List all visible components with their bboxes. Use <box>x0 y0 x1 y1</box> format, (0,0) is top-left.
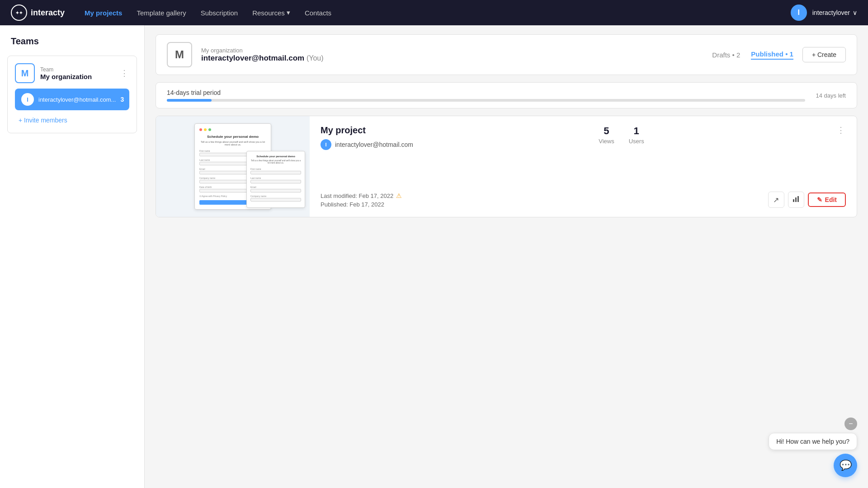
project-options-icon[interactable]: ⋮ <box>837 125 846 135</box>
project-title: My project <box>321 125 413 136</box>
team-name: My organization <box>40 73 92 80</box>
content-area: M My organization interactylover@hotmail… <box>145 25 868 488</box>
svg-rect-1 <box>795 197 797 202</box>
user-avatar: I <box>791 5 807 21</box>
navbar: ✦✦ interacty My projects Template galler… <box>0 0 868 25</box>
sidebar: Teams M Team My organization ⋮ I <box>0 25 145 488</box>
member-avatar: I <box>21 93 34 106</box>
nav-resources[interactable]: Resources ▾ <box>247 6 296 19</box>
published-row: Published: Feb 17, 2022 <box>321 201 402 208</box>
member-count: 3 <box>120 96 124 103</box>
form-preview-title: Schedule your personal demo <box>199 135 266 139</box>
invite-members-button[interactable]: + Invite members <box>15 115 129 126</box>
chat-widget: − Hi! How can we help you? 💬 <box>769 418 857 477</box>
svg-rect-0 <box>793 199 794 202</box>
user-menu[interactable]: interactylover ∨ <box>812 9 857 16</box>
chat-fab-icon: 💬 <box>840 460 852 471</box>
chat-fab-button[interactable]: 💬 <box>834 454 857 477</box>
trial-label: 14-days trial period <box>167 89 805 96</box>
owner-avatar: I <box>321 139 331 150</box>
org-you: (You) <box>307 54 324 62</box>
project-stats: 5 Views 1 Users <box>599 125 644 145</box>
logo-text: interacty <box>31 8 65 18</box>
member-email: interactylover@hotmail.com... <box>38 96 116 103</box>
team-options-icon[interactable]: ⋮ <box>120 68 129 78</box>
external-link-button[interactable]: ↗ <box>768 192 784 208</box>
external-link-icon: ↗ <box>773 196 779 204</box>
form-preview-subtitle: Tell us a few things about yourself and … <box>199 141 266 146</box>
member-item[interactable]: I interactylover@hotmail.com... 3 <box>15 89 129 110</box>
views-label: Views <box>599 138 614 145</box>
stat-views: 5 Views <box>599 125 614 145</box>
logo-icon: ✦✦ <box>11 5 27 21</box>
last-modified-row: Last modified: Feb 17, 2022 ⚠ <box>321 192 402 199</box>
chart-button[interactable] <box>788 192 804 208</box>
nav-my-projects[interactable]: My projects <box>79 6 127 19</box>
dot-yellow <box>204 128 207 131</box>
team-label: Team <box>40 66 92 73</box>
stat-users: 1 Users <box>629 125 644 145</box>
users-label: Users <box>629 138 644 145</box>
project-owner: I interactylover@hotmail.com <box>321 139 413 150</box>
edit-button[interactable]: ✎ Edit <box>808 192 846 207</box>
chat-bubble: Hi! How can we help you? <box>769 433 857 450</box>
project-dates: Last modified: Feb 17, 2022 ⚠ Published:… <box>321 192 402 208</box>
dot-green <box>208 128 211 131</box>
team-info: Team My organization <box>40 66 92 80</box>
dot-red <box>199 128 202 131</box>
project-card: Schedule your personal demo Tell us a fe… <box>156 116 857 217</box>
chat-minimize-button[interactable]: − <box>844 418 857 430</box>
project-info: My project I interactylover@hotmail.com … <box>310 116 857 217</box>
nav-items: My projects Template gallery Subscriptio… <box>79 6 776 19</box>
form-preview-small: Schedule your personal demo Tell us a fe… <box>246 151 305 208</box>
warning-icon: ⚠ <box>396 192 402 199</box>
users-count: 1 <box>634 125 639 137</box>
trial-progress-bar <box>167 99 805 102</box>
nav-template-gallery[interactable]: Template gallery <box>131 6 191 19</box>
project-actions: ↗ ✎ <box>768 192 846 208</box>
project-thumbnail: Schedule your personal demo Tell us a fe… <box>156 116 310 217</box>
org-info: My organization interactylover@hotmail.c… <box>201 47 703 63</box>
trial-left: 14-days trial period <box>167 89 805 102</box>
trial-progress-fill <box>167 99 212 102</box>
org-header: M My organization interactylover@hotmail… <box>156 34 857 75</box>
team-header: M Team My organization ⋮ <box>15 63 129 83</box>
create-button[interactable]: + Create <box>802 47 846 62</box>
chevron-down-icon: ▾ <box>287 9 290 17</box>
project-bottom: Last modified: Feb 17, 2022 ⚠ Published:… <box>321 192 846 208</box>
org-tabs: Drafts • 2 Published • 1 <box>712 50 793 60</box>
org-name: My organization <box>201 47 703 54</box>
owner-email: interactylover@hotmail.com <box>335 141 413 148</box>
chart-icon <box>793 195 800 204</box>
views-count: 5 <box>604 125 609 137</box>
team-card: M Team My organization ⋮ I interactylove… <box>7 56 137 133</box>
nav-subscription[interactable]: Subscription <box>195 6 244 19</box>
org-avatar: M <box>167 42 192 67</box>
tab-published[interactable]: Published • 1 <box>751 50 793 60</box>
sidebar-title: Teams <box>7 36 137 47</box>
trial-days-left: 14 days left <box>816 92 846 99</box>
trial-bar: 14-days trial period 14 days left <box>156 82 857 108</box>
team-header-left: M Team My organization <box>15 63 92 83</box>
edit-icon: ✎ <box>817 196 822 203</box>
member-item-left: I interactylover@hotmail.com... <box>21 93 116 106</box>
nav-contacts[interactable]: Contacts <box>299 6 337 19</box>
nav-right: I interactylover ∨ <box>791 5 857 21</box>
main-layout: Teams M Team My organization ⋮ I <box>0 0 868 488</box>
project-top: My project I interactylover@hotmail.com … <box>321 125 846 150</box>
chevron-down-icon: ∨ <box>853 9 857 16</box>
tab-drafts[interactable]: Drafts • 2 <box>712 51 740 59</box>
org-email: interactylover@hotmail.com (You) <box>201 54 703 63</box>
project-title-row: My project I interactylover@hotmail.com <box>321 125 413 150</box>
logo[interactable]: ✦✦ interacty <box>11 5 65 21</box>
svg-rect-2 <box>797 196 799 202</box>
team-avatar: M <box>15 63 35 83</box>
